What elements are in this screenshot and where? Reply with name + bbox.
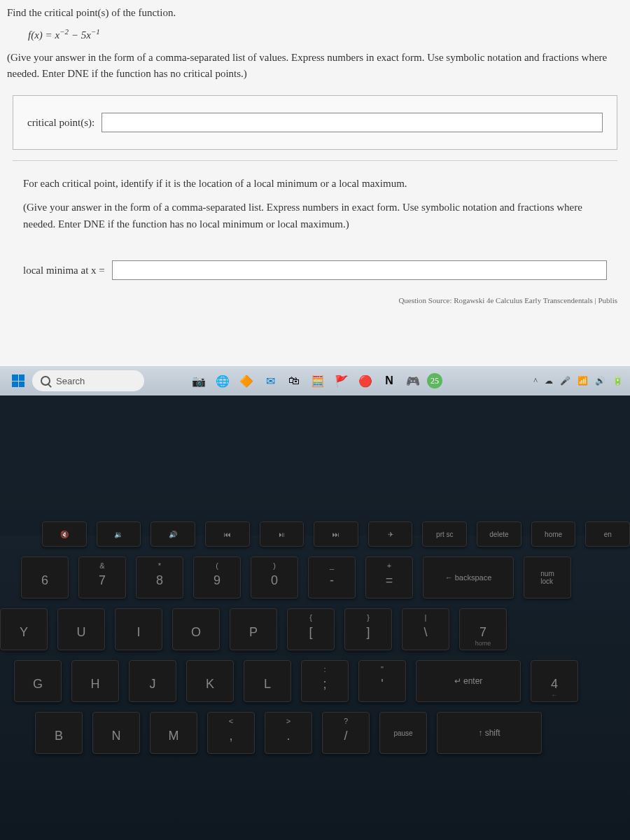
key-shift[interactable]: ↑ shift <box>437 712 542 754</box>
key-fn-0[interactable]: 🔇 <box>42 522 87 547</box>
key-P[interactable]: P <box>230 608 277 650</box>
key-bracket[interactable]: |\ <box>402 608 449 650</box>
key-fn-2[interactable]: 🔊 <box>150 522 195 547</box>
taskbar-search[interactable]: Search <box>32 370 144 391</box>
question-prompt: Find the critical point(s) of the functi… <box>7 7 623 19</box>
taskbar: Search 📷 🌐 🔶 ✉ 🛍 🧮 🚩 🔴 N 🎮 25 ^ ☁ 🎤 📶 🔊 … <box>0 366 630 396</box>
key-punct[interactable]: <, <box>207 712 255 754</box>
sub-prompt-2: (Give your answer in the form of a comma… <box>23 199 607 232</box>
key-7[interactable]: &7 <box>78 556 126 598</box>
key-punct[interactable]: ?/ <box>322 712 370 754</box>
key-enter[interactable]: ↵ enter <box>416 660 521 702</box>
key-0[interactable]: )0 <box>251 556 298 598</box>
key-=[interactable]: += <box>365 556 413 598</box>
key-H[interactable]: H <box>71 660 119 702</box>
key-fn-4[interactable]: ⏯ <box>260 522 304 547</box>
critical-points-box: critical point(s): <box>13 95 617 150</box>
browser-icon[interactable]: 🔶 <box>237 371 256 391</box>
key-fn-10[interactable]: en <box>585 522 630 547</box>
key-punct[interactable]: :; <box>301 660 349 702</box>
flag-icon[interactable]: 🚩 <box>332 371 351 391</box>
instructions: (Give your answer in the form of a comma… <box>7 50 623 81</box>
key-punct[interactable]: "' <box>358 660 406 702</box>
key-8[interactable]: *8 <box>136 556 183 598</box>
formula: f(x) = x−2 − 5x−1 <box>28 27 623 41</box>
sub-prompt-1: For each critical point, identify if it … <box>23 175 607 192</box>
search-placeholder: Search <box>56 376 85 386</box>
windows-icon <box>12 374 24 387</box>
key-9[interactable]: (9 <box>193 556 241 598</box>
key-backspace[interactable]: ← backspace <box>423 556 514 598</box>
search-icon <box>41 376 50 386</box>
tray-mic-icon[interactable]: 🎤 <box>560 376 570 386</box>
key-numlock[interactable]: num lock <box>524 556 571 598</box>
key-fn-5[interactable]: ⏭ <box>314 522 358 547</box>
tray-chevron[interactable]: ^ <box>533 376 538 386</box>
key-K[interactable]: K <box>186 660 234 702</box>
edge-icon[interactable]: 🌐 <box>213 371 232 391</box>
key-6[interactable]: 6 <box>21 556 69 598</box>
tray-sound-icon[interactable]: 🔊 <box>595 376 606 386</box>
n-icon[interactable]: N <box>379 371 399 391</box>
key-M[interactable]: M <box>150 712 197 754</box>
store-icon[interactable]: 🛍 <box>284 371 304 391</box>
key-punct[interactable]: >. <box>265 712 312 754</box>
key-fn-8[interactable]: delete <box>477 522 522 547</box>
calc-icon[interactable]: 🧮 <box>308 371 328 391</box>
key-U[interactable]: U <box>57 608 105 650</box>
key-fn-6[interactable]: ✈ <box>368 522 413 547</box>
minima-label: local minima at x = <box>23 265 105 276</box>
start-button[interactable] <box>7 370 29 392</box>
tray-battery-icon[interactable]: 🔋 <box>612 376 623 386</box>
key-fn-9[interactable]: home <box>531 522 576 547</box>
key-L[interactable]: L <box>244 660 291 702</box>
key-O[interactable]: O <box>172 608 220 650</box>
key-G[interactable]: G <box>14 660 62 702</box>
critical-points-input[interactable] <box>102 113 603 132</box>
key-N[interactable]: N <box>92 712 140 754</box>
task-icons: 📷 🌐 🔶 ✉ 🛍 🧮 🚩 🔴 N 🎮 25 <box>189 371 442 391</box>
chrome-icon[interactable]: 🔴 <box>356 371 375 391</box>
mail-icon[interactable]: ✉ <box>260 371 280 391</box>
key-numpad-4[interactable]: 4← <box>531 660 578 702</box>
key-I[interactable]: I <box>115 608 162 650</box>
key-B[interactable]: B <box>35 712 83 754</box>
key-fn-7[interactable]: prt sc <box>422 522 467 547</box>
minima-section: For each critical point, identify if it … <box>13 160 617 290</box>
question-source: Question Source: Rogawski 4e Calculus Ea… <box>7 290 623 304</box>
key-fn-3[interactable]: ⏮ <box>205 522 250 547</box>
critical-points-label: critical point(s): <box>27 117 94 129</box>
key-fn-1[interactable]: 🔉 <box>97 522 141 547</box>
tray-wifi-icon[interactable]: 📶 <box>578 376 588 386</box>
tray-cloud-icon[interactable]: ☁ <box>545 376 553 386</box>
key-J[interactable]: J <box>129 660 176 702</box>
game-icon[interactable]: 🎮 <box>403 371 423 391</box>
camera-icon[interactable]: 📷 <box>189 371 209 391</box>
key-bracket[interactable]: {[ <box>287 608 335 650</box>
key-pause[interactable]: pause <box>379 712 427 754</box>
key-numpad-7[interactable]: 7home <box>459 608 507 650</box>
keyboard: 🔇🔉🔊⏮⏯⏭✈prt scdeletehomeen 6&7*8(9)0_-+=←… <box>0 396 630 840</box>
key-Y[interactable]: Y <box>0 608 48 650</box>
minima-input[interactable] <box>112 260 607 280</box>
system-tray: ^ ☁ 🎤 📶 🔊 🔋 <box>533 376 623 386</box>
key-bracket[interactable]: }] <box>344 608 392 650</box>
app-icon[interactable]: 25 <box>427 373 442 388</box>
key--[interactable]: _- <box>308 556 356 598</box>
